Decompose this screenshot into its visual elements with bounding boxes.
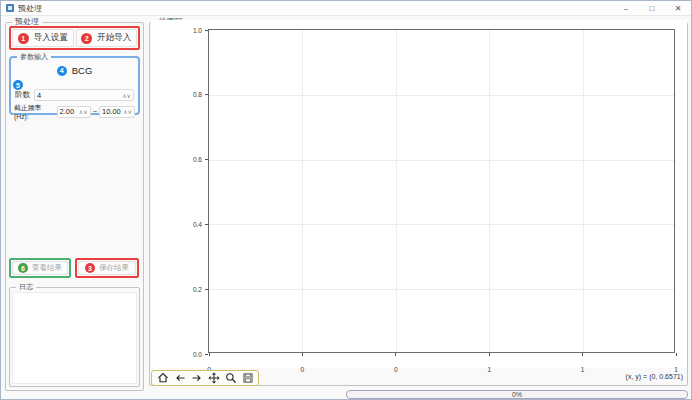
y-tick-label: 0.6 <box>182 156 202 163</box>
y-tick-label: 0.2 <box>182 286 202 293</box>
x-tick-mark <box>489 353 490 356</box>
step-badge-3: 3 <box>85 263 95 273</box>
y-tick-mark <box>205 224 208 225</box>
gridline <box>583 30 584 352</box>
y-tick-label: 0.8 <box>182 91 202 98</box>
zoom-icon[interactable] <box>224 372 237 385</box>
cutoff-low-value: 2.00 <box>60 107 79 116</box>
import-settings-button[interactable]: 1 导入设置 <box>12 29 74 47</box>
cutoff-high-value: 10.00 <box>102 107 123 116</box>
preprocess-groupbox: 预处理 1 导入设置 2 开始导入 参数输入 4 BCG 5 <box>5 22 144 391</box>
step-badge-4: 4 <box>57 66 67 76</box>
x-tick-mark <box>582 353 583 356</box>
gridline <box>489 30 490 352</box>
spin-down-icon[interactable]: ∨ <box>127 93 131 99</box>
y-tick-mark <box>205 159 208 160</box>
y-tick-label: 1.0 <box>182 27 202 34</box>
log-groupbox: 日志 <box>9 287 140 387</box>
log-group-label: 日志 <box>16 282 36 292</box>
params-group-label: 参数输入 <box>17 52 51 62</box>
gridline <box>396 30 397 352</box>
x-tick-label: 1 <box>479 366 499 373</box>
spin-down-icon[interactable]: ∨ <box>128 109 132 115</box>
gridline <box>209 95 674 96</box>
gridline <box>209 289 674 290</box>
y-tick-label: 0.0 <box>182 351 202 358</box>
y-tick-mark <box>205 94 208 95</box>
mpl-toolbar <box>151 370 259 386</box>
cutoff-separator: ~ <box>93 107 97 116</box>
gridline <box>302 30 303 352</box>
log-textarea[interactable] <box>12 292 137 384</box>
axes[interactable]: 1.00.80.60.40.20.0000111 <box>208 29 675 353</box>
x-tick-mark <box>676 353 677 356</box>
cursor-coords-status: (x, y) = (0, 0.6571) <box>626 373 683 380</box>
x-tick-mark <box>209 353 210 356</box>
progress-value: 0% <box>512 391 522 398</box>
close-button[interactable]: ✕ <box>665 1 691 15</box>
x-tick-label: 0 <box>292 366 312 373</box>
y-tick-mark <box>205 289 208 290</box>
maximize-button[interactable]: □ <box>639 1 665 15</box>
order-value: 4 <box>37 91 122 100</box>
plot-canvas[interactable]: 1.00.80.60.40.20.0000111 <box>151 20 687 368</box>
signal-type-label[interactable]: BCG <box>72 65 93 76</box>
save-results-label: 保存结果 <box>99 263 129 273</box>
step-badge-6: 6 <box>18 263 28 273</box>
view-results-label: 查看结果 <box>32 263 62 273</box>
app-window: 预处理 – □ ✕ 预处理 1 导入设置 2 开始导入 参数输入 <box>0 0 692 400</box>
cutoff-label: 截止频率(Hz): <box>14 103 55 120</box>
annotation-rect-import: 1 导入设置 2 开始导入 <box>9 26 140 50</box>
step-badge-1: 1 <box>18 33 29 44</box>
order-spinbox[interactable]: 4 ∧∨ <box>34 89 134 101</box>
order-label: 阶数 <box>15 90 30 100</box>
title-bar: 预处理 – □ ✕ <box>1 1 691 16</box>
save-results-button[interactable]: 3 保存结果 <box>78 261 136 275</box>
spin-down-icon[interactable]: ∨ <box>83 109 87 115</box>
view-results-button[interactable]: 6 查看结果 <box>12 261 68 275</box>
start-import-button[interactable]: 2 开始导入 <box>76 29 138 47</box>
pan-icon[interactable] <box>207 372 220 385</box>
y-tick-mark <box>205 30 208 31</box>
start-import-label: 开始导入 <box>97 32 131 44</box>
import-settings-label: 导入设置 <box>34 32 68 44</box>
x-tick-mark <box>302 353 303 356</box>
x-tick-label: 0 <box>386 366 406 373</box>
gridline <box>209 160 674 161</box>
cutoff-high-spinbox[interactable]: 10.00 ∧∨ <box>99 106 135 118</box>
progress-bar: 0% <box>346 390 688 399</box>
home-icon[interactable] <box>156 372 169 385</box>
params-groupbox: 参数输入 4 BCG 5 阶数 4 ∧∨ 截止频率(Hz): 2.00 ∧∨ <box>9 56 140 115</box>
x-tick-label: 1 <box>666 366 686 373</box>
save-icon[interactable] <box>241 372 254 385</box>
annotation-rect-view: 6 查看结果 <box>9 258 71 278</box>
gridline <box>209 224 674 225</box>
step-badge-2: 2 <box>81 33 92 44</box>
x-tick-mark <box>395 353 396 356</box>
forward-icon[interactable] <box>190 372 203 385</box>
app-icon <box>6 4 14 12</box>
y-tick-label: 0.4 <box>182 221 202 228</box>
cutoff-low-spinbox[interactable]: 2.00 ∧∨ <box>57 106 91 118</box>
annotation-rect-save: 3 保存结果 <box>75 258 139 278</box>
minimize-button[interactable]: – <box>613 1 639 15</box>
back-icon[interactable] <box>173 372 186 385</box>
x-tick-label: 1 <box>573 366 593 373</box>
window-title: 预处理 <box>18 3 42 14</box>
